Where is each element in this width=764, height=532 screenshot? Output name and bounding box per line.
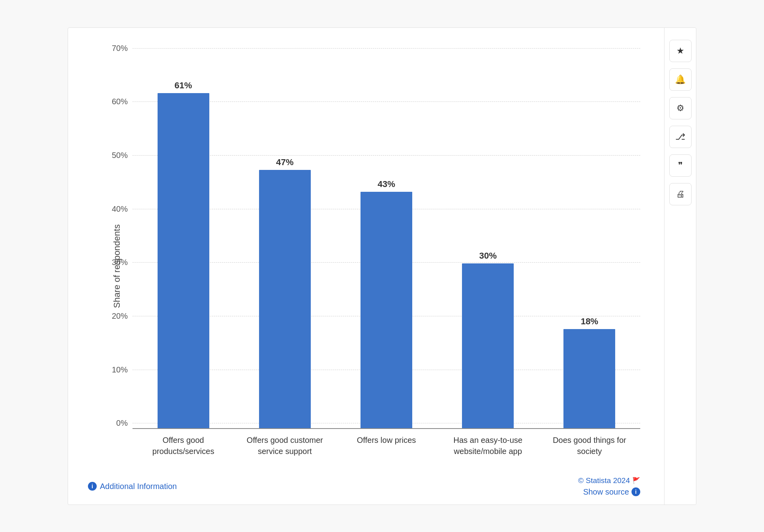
quote-button[interactable]: ❞	[669, 154, 692, 177]
bar-value-label: 18%	[581, 316, 598, 327]
bar	[462, 263, 514, 428]
bar-value-label: 47%	[276, 157, 294, 168]
chart-area: Share of respondents 70%60%50%40%30%20%1…	[68, 28, 664, 505]
x-axis-label: Has an easy-to-use website/mobile app	[437, 435, 539, 457]
footer: i Additional Information © Statista 2024…	[88, 476, 640, 497]
show-source-button[interactable]: Show source i	[583, 487, 640, 497]
grid-label: 50%	[104, 151, 128, 160]
grid-label: 30%	[104, 258, 128, 267]
source-info-icon: i	[631, 487, 640, 496]
bar	[259, 170, 311, 428]
bar-value-label: 30%	[479, 251, 497, 261]
flag-icon: 🚩	[632, 477, 640, 484]
x-axis-labels: Offers good products/servicesOffers good…	[104, 435, 640, 457]
bar-group: 30%	[437, 44, 539, 428]
grid-label: 10%	[104, 365, 128, 374]
grid-label: 60%	[104, 97, 128, 106]
additional-info-label: Additional Information	[100, 482, 177, 491]
bar-value-label: 61%	[175, 80, 192, 91]
bar-group: 43%	[335, 44, 437, 428]
bar	[158, 93, 209, 428]
info-icon: i	[88, 482, 97, 491]
bars-section: 61%47%43%30%18%	[133, 44, 640, 428]
chart-container: Share of respondents 70%60%50%40%30%20%1…	[68, 27, 696, 505]
x-axis-label: Does good things for society	[539, 435, 640, 457]
grid-label: 0%	[104, 419, 128, 428]
bar-value-label: 43%	[378, 179, 395, 189]
x-axis-line	[133, 428, 640, 429]
bar-group: 18%	[539, 44, 640, 428]
bar	[563, 329, 615, 428]
x-axis-label: Offers good products/services	[133, 435, 234, 457]
footer-right: © Statista 2024 🚩 Show source i	[578, 476, 640, 497]
x-axis-label: Offers low prices	[335, 435, 437, 457]
star-button[interactable]: ★	[669, 40, 692, 62]
bar-group: 61%	[133, 44, 234, 428]
chart-inner: 70%60%50%40%30%20%10%0% 61%47%43%30%18%	[104, 44, 640, 428]
grid-label: 70%	[104, 44, 128, 53]
grid-label: 20%	[104, 312, 128, 321]
statista-label: © Statista 2024 🚩	[578, 476, 640, 485]
grid-label: 40%	[104, 205, 128, 214]
print-button[interactable]: 🖨	[669, 183, 692, 205]
gear-button[interactable]: ⚙	[669, 97, 692, 119]
share-button[interactable]: ⎇	[669, 126, 692, 148]
bell-button[interactable]: 🔔	[669, 68, 692, 91]
additional-info-button[interactable]: i Additional Information	[88, 482, 177, 491]
sidebar: ★🔔⚙⎇❞🖨	[664, 28, 696, 505]
x-axis-label: Offers good customer service support	[234, 435, 335, 457]
bar-group: 47%	[234, 44, 335, 428]
bar	[361, 192, 412, 428]
